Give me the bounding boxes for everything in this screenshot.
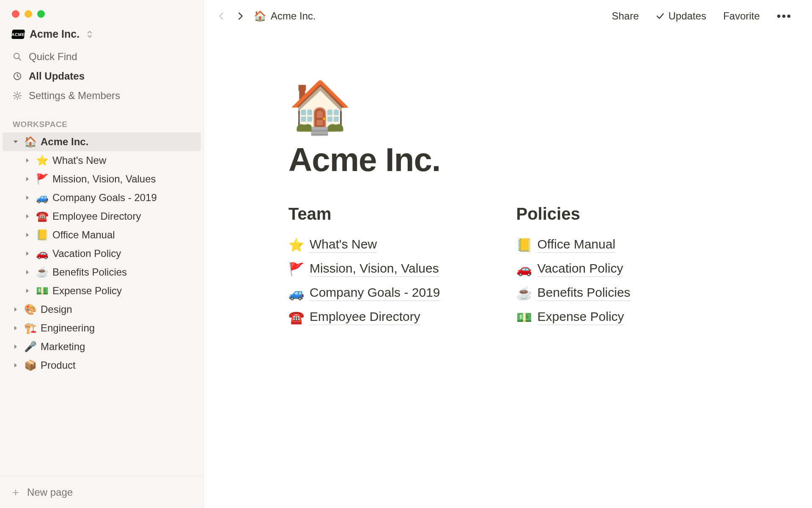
sidebar-item[interactable]: 🚙Company Goals - 2019 [3, 188, 201, 207]
caret-right-icon[interactable] [23, 174, 32, 184]
page-column: Policies📒Office Manual🚗Vacation Policy☕B… [516, 204, 631, 329]
page-emoji-icon: 📒 [36, 229, 49, 241]
link-label: Office Manual [538, 237, 616, 253]
caret-right-icon[interactable] [11, 342, 20, 351]
sidebar-item-label: Expense Policy [52, 285, 122, 297]
favorite-button[interactable]: Favorite [716, 8, 767, 25]
column-heading: Policies [516, 204, 631, 224]
all-updates[interactable]: All Updates [5, 66, 198, 86]
sidebar-item[interactable]: 🏗️Engineering [3, 319, 201, 337]
plus-icon: ＋ [10, 485, 21, 500]
page-link[interactable]: 🚩Mission, Vision, Values [288, 257, 440, 281]
settings-members[interactable]: Settings & Members [5, 86, 198, 105]
new-page-button[interactable]: ＋ New page [0, 476, 203, 508]
sidebar-item[interactable]: 📒Office Manual [3, 226, 201, 244]
page-link[interactable]: ⭐What's New [288, 233, 440, 257]
page-emoji-icon: ☎️ [36, 210, 49, 222]
page-link[interactable]: ☎️Employee Directory [288, 305, 440, 329]
caret-right-icon[interactable] [11, 323, 20, 333]
workspace-name: Acme Inc. [30, 28, 80, 40]
column-heading: Team [288, 204, 440, 224]
sidebar-item-label: Employee Directory [52, 210, 141, 222]
link-emoji-icon: ☕ [516, 286, 531, 301]
share-button[interactable]: Share [605, 8, 645, 25]
main-area: 🏠 Acme Inc. Share Updates Favorite ••• 🏠 [204, 0, 812, 508]
sidebar-item[interactable]: ⭐What's New [3, 151, 201, 170]
caret-right-icon[interactable] [23, 268, 32, 277]
link-emoji-icon: 📒 [516, 237, 531, 252]
link-emoji-icon: 💵 [516, 310, 531, 325]
share-label: Share [612, 10, 639, 22]
link-label: What's New [310, 237, 377, 253]
page-emoji-icon: ☕ [36, 266, 49, 278]
all-updates-label: All Updates [29, 70, 85, 82]
page-link[interactable]: 🚗Vacation Policy [516, 257, 631, 281]
caret-right-icon[interactable] [23, 193, 32, 202]
breadcrumb[interactable]: 🏠 Acme Inc. [254, 10, 316, 22]
link-emoji-icon: ☎️ [288, 310, 303, 325]
sidebar-item-label: Company Goals - 2019 [52, 192, 157, 204]
page-emoji-icon: 🎨 [24, 304, 37, 315]
nav-forward-button[interactable] [233, 8, 248, 24]
sidebar-item-label: Mission, Vision, Values [52, 173, 156, 185]
sidebar-item-acme[interactable]: 🏠 Acme Inc. [3, 133, 201, 151]
search-icon [12, 52, 23, 61]
page-link[interactable]: 🚙Company Goals - 2019 [288, 281, 440, 305]
window-minimize-icon[interactable] [25, 10, 32, 18]
caret-right-icon[interactable] [23, 230, 32, 240]
sidebar-item[interactable]: 💵Expense Policy [3, 282, 201, 300]
link-label: Benefits Policies [538, 285, 631, 301]
link-emoji-icon: 🚗 [516, 262, 531, 276]
sidebar-item[interactable]: 🚗Vacation Policy [3, 244, 201, 263]
workspace-switcher[interactable]: ACME Acme Inc. [0, 22, 203, 44]
clock-icon [12, 72, 23, 81]
window-close-icon[interactable] [12, 10, 19, 18]
caret-right-icon[interactable] [23, 286, 32, 295]
link-emoji-icon: ⭐ [288, 237, 303, 252]
gear-icon [12, 91, 23, 100]
updates-label: Updates [668, 10, 706, 22]
link-label: Vacation Policy [538, 261, 623, 277]
quick-find[interactable]: Quick Find [5, 47, 198, 66]
link-emoji-icon: 🚙 [288, 286, 303, 301]
caret-right-icon[interactable] [23, 249, 32, 258]
caret-right-icon[interactable] [23, 212, 32, 221]
workspace-logo-icon: ACME [11, 30, 25, 39]
page-title[interactable]: Acme Inc. [288, 141, 812, 179]
caret-right-icon[interactable] [11, 361, 20, 370]
sidebar-item[interactable]: 🎨Design [3, 300, 201, 319]
page-emoji-icon: 🚙 [36, 192, 49, 204]
nav-back-button[interactable] [214, 8, 229, 24]
page-emoji-icon: 💵 [36, 285, 49, 297]
svg-point-3 [16, 94, 19, 97]
sidebar-item-label: What's New [52, 155, 106, 166]
sidebar-item-label: Design [41, 304, 72, 315]
caret-right-icon[interactable] [11, 305, 20, 314]
page-link[interactable]: 💵Expense Policy [516, 305, 631, 329]
window-maximize-icon[interactable] [37, 10, 45, 18]
sidebar-item[interactable]: 🎤Marketing [3, 337, 201, 356]
caret-down-icon[interactable] [11, 137, 20, 146]
updates-button[interactable]: Updates [649, 8, 713, 25]
caret-right-icon[interactable] [23, 156, 32, 165]
page-emoji-icon: 🏗️ [24, 322, 37, 334]
page-content: 🏠 Acme Inc. Team⭐What's New🚩Mission, Vis… [204, 30, 812, 329]
link-label: Mission, Vision, Values [310, 261, 439, 277]
new-page-label: New page [27, 486, 73, 498]
sidebar-item[interactable]: 📦Product [3, 356, 201, 375]
sidebar-item[interactable]: ☎️Employee Directory [3, 207, 201, 226]
more-button[interactable]: ••• [770, 7, 798, 25]
page-link[interactable]: 📒Office Manual [516, 233, 631, 257]
link-label: Expense Policy [538, 309, 624, 325]
link-emoji-icon: 🚩 [288, 262, 303, 276]
page-icon[interactable]: 🏠 [288, 81, 812, 132]
sidebar-item-label: Office Manual [52, 229, 115, 241]
page-link[interactable]: ☕Benefits Policies [516, 281, 631, 305]
favorite-label: Favorite [723, 10, 760, 22]
app-root: ACME Acme Inc. Quick Find All Updates [0, 0, 812, 508]
link-label: Employee Directory [310, 309, 420, 325]
sidebar-item-label: Marketing [41, 341, 85, 353]
sidebar-item[interactable]: ☕Benefits Policies [3, 263, 201, 282]
sidebar-nav: Quick Find All Updates Settings & Member… [0, 44, 203, 107]
sidebar-item[interactable]: 🚩Mission, Vision, Values [3, 170, 201, 188]
